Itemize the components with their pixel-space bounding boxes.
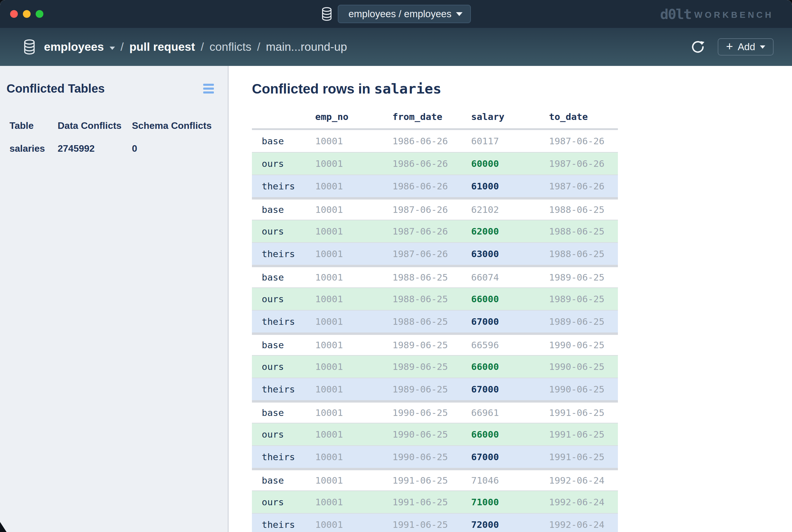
breadcrumb-conflicts[interactable]: conflicts [209,40,251,54]
cell-from-date: 1990-06-25 [392,452,471,462]
chevron-down-icon [456,12,463,16]
conflict-row-theirs: theirs100011986-06-26610001987-06-26 [252,174,618,197]
cell-emp-no: 10001 [315,316,392,327]
cell-salary: 60000 [471,158,549,169]
conflicts-main-panel: Conflicted rows in salaries emp_no from_… [229,66,792,532]
page-title-prefix: Conflicted rows in [252,81,370,96]
close-button[interactable] [10,10,18,18]
cell-row-label: ours [262,158,315,169]
cell-row-label: base [262,340,315,350]
breadcrumb-separator: / [201,40,204,54]
app-logo: d0lt WORKBENCH [660,0,774,28]
cell-from-date: 1989-06-25 [392,384,471,395]
cell-salary: 66000 [471,429,549,440]
column-header-schema-conflicts: Schema Conflicts [132,120,222,131]
cell-emp-no: 10001 [315,429,392,440]
traffic-lights [10,10,43,18]
cell-salary: 60117 [471,136,549,146]
conflicted-table-row-salaries[interactable]: salaries 2745992 0 [10,143,222,154]
column-header-to-date: to_date [549,111,618,122]
cell-from-date: 1988-06-25 [392,272,471,283]
cell-salary: 66961 [471,407,549,418]
conflict-row-base: base100011990-06-25669611991-06-25 [252,400,618,423]
cell-row-label: theirs [262,181,315,191]
data-conflicts-cell: 2745992 [58,143,132,154]
cell-row-label: base [262,136,315,146]
cell-emp-no: 10001 [315,181,392,191]
cell-row-label: base [262,204,315,215]
minimize-button[interactable] [23,10,31,18]
column-header-salary: salary [471,111,549,122]
navbar: employees / pull request / conflicts / m… [0,28,792,66]
cell-row-label: ours [262,497,315,507]
conflict-table-header: emp_no from_date salary to_date [252,105,618,130]
cell-to-date: 1992-06-24 [549,497,618,507]
cell-emp-no: 10001 [315,361,392,372]
conflict-row-ours: ours100011989-06-25660001990-06-25 [252,355,618,378]
chevron-down-icon[interactable] [110,46,115,50]
conflict-row-ours: ours100011988-06-25660001989-06-25 [252,287,618,310]
cell-to-date: 1990-06-25 [549,340,618,350]
cell-salary: 72000 [471,519,549,530]
cell-salary: 67000 [471,384,549,395]
conflicted-tables-list: Table Data Conflicts Schema Conflicts sa… [0,120,227,154]
refresh-button[interactable] [690,39,705,54]
cell-row-label: theirs [262,316,315,327]
database-icon [23,39,36,55]
cell-to-date: 1988-06-25 [549,204,618,215]
database-icon [321,6,332,21]
page-title: Conflicted rows in salaries [252,81,792,96]
column-header-table: Table [10,120,58,131]
connection-dropdown[interactable]: employees / employees [338,5,471,23]
cell-to-date: 1991-06-25 [549,452,618,462]
cell-emp-no: 10001 [315,248,392,259]
add-button[interactable]: + Add [718,38,774,56]
refresh-icon [690,39,705,54]
add-button-label: Add [738,41,755,53]
conflicted-tables-sidebar: Conflicted Tables Table Data Conflicts S… [0,66,229,532]
zoom-button[interactable] [36,10,43,18]
cell-emp-no: 10001 [315,452,392,462]
cell-from-date: 1987-06-26 [392,226,471,236]
menu-button[interactable] [202,82,215,95]
conflict-row-ours: ours100011990-06-25660001991-06-25 [252,423,618,445]
cell-emp-no: 10001 [315,475,392,486]
cell-salary: 67000 [471,452,549,462]
cell-from-date: 1988-06-25 [392,293,471,304]
conflict-row-theirs: theirs100011991-06-25720001992-06-24 [252,513,618,532]
schema-conflicts-cell: 0 [132,143,222,154]
column-header-emp-no: emp_no [315,111,392,122]
cell-from-date: 1991-06-25 [392,475,471,486]
cell-from-date: 1991-06-25 [392,497,471,507]
logo-workbench: WORKBENCH [694,10,774,20]
cell-row-label: theirs [262,519,315,530]
cell-to-date: 1991-06-25 [549,429,618,440]
cell-from-date: 1986-06-26 [392,158,471,169]
conflict-row-ours: ours100011991-06-25710001992-06-24 [252,491,618,513]
cell-to-date: 1992-06-24 [549,519,618,530]
breadcrumb-separator: / [257,40,260,54]
cell-salary: 62000 [471,226,549,236]
cell-to-date: 1987-06-26 [549,136,618,146]
conflict-row-ours: ours100011986-06-26600001987-06-26 [252,152,618,174]
title-bar: employees / employees d0lt WORKBENCH [0,0,792,28]
breadcrumb-pull-request[interactable]: pull request [129,40,195,54]
cell-from-date: 1989-06-25 [392,340,471,350]
breadcrumb-database[interactable]: employees [44,40,104,54]
cell-row-label: theirs [262,452,315,462]
app-window: employees / employees d0lt WORKBENCH emp… [0,0,792,532]
column-header-data-conflicts: Data Conflicts [58,120,132,131]
cell-salary: 66000 [471,361,549,372]
cell-to-date: 1988-06-25 [549,226,618,236]
cell-to-date: 1992-06-24 [549,475,618,486]
cell-from-date: 1990-06-25 [392,407,471,418]
cell-emp-no: 10001 [315,226,392,236]
conflict-row-base: base100011986-06-26601171987-06-26 [252,130,618,152]
cell-from-date: 1991-06-25 [392,519,471,530]
cell-emp-no: 10001 [315,384,392,395]
cell-emp-no: 10001 [315,204,392,215]
cell-from-date: 1990-06-25 [392,429,471,440]
table-name-cell: salaries [10,143,58,154]
conflict-rows: base100011986-06-26601171987-06-26ours10… [252,130,618,532]
cell-from-date: 1986-06-26 [392,181,471,191]
